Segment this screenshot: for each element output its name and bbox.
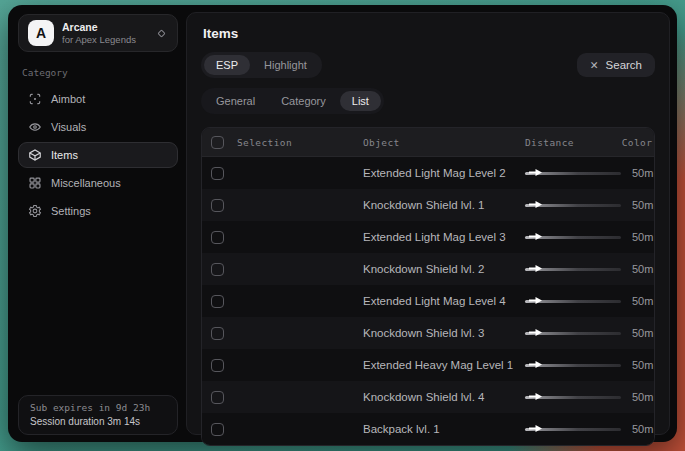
slider-thumb-icon[interactable] bbox=[529, 200, 542, 209]
row-checkbox[interactable] bbox=[211, 231, 224, 244]
app-subtitle: for Apex Legends bbox=[62, 34, 147, 46]
row-checkbox[interactable] bbox=[211, 423, 224, 436]
distance-value: 50m bbox=[632, 391, 653, 403]
distance-slider[interactable] bbox=[525, 232, 621, 242]
slider-thumb-icon[interactable] bbox=[529, 168, 542, 177]
distance-slider[interactable] bbox=[525, 168, 621, 178]
slider-thumb-icon[interactable] bbox=[529, 264, 542, 273]
sub-expires-text: Sub expires in 9d 23h bbox=[30, 402, 166, 413]
row-checkbox[interactable] bbox=[211, 167, 224, 180]
table-row[interactable]: Knockdown Shield lvl. 250m bbox=[202, 253, 654, 285]
slider-thumb-icon[interactable] bbox=[529, 328, 542, 337]
row-checkbox[interactable] bbox=[211, 263, 224, 276]
search-x-icon: ✕ bbox=[590, 59, 599, 71]
items-table: Selection Object Distance Color Extended… bbox=[201, 127, 655, 446]
row-checkbox[interactable] bbox=[211, 359, 224, 372]
main-panel: Items ESPHighlight ✕ Search GeneralCateg… bbox=[186, 12, 670, 435]
app-window: A Arcane for Apex Legends Category Aimbo… bbox=[8, 5, 677, 442]
row-checkbox[interactable] bbox=[211, 391, 224, 404]
sidebar-header-card: A Arcane for Apex Legends bbox=[18, 14, 178, 52]
distance-cell: 50m bbox=[525, 263, 655, 275]
row-checkbox[interactable] bbox=[211, 295, 224, 308]
table-row[interactable]: Knockdown Shield lvl. 150m bbox=[202, 189, 654, 221]
column-header-object: Object bbox=[351, 137, 525, 148]
table-row[interactable]: Extended Heavy Mag Level 150m bbox=[202, 349, 654, 381]
object-name: Knockdown Shield lvl. 4 bbox=[351, 391, 525, 403]
sidebar-item-items[interactable]: Items bbox=[18, 142, 178, 168]
slider-thumb-icon[interactable] bbox=[529, 232, 542, 241]
sidebar-item-label: Miscellaneous bbox=[51, 177, 121, 189]
slider-thumb-icon[interactable] bbox=[529, 392, 542, 401]
distance-slider[interactable] bbox=[525, 328, 621, 338]
object-name: Knockdown Shield lvl. 2 bbox=[351, 263, 525, 275]
distance-value: 50m bbox=[632, 167, 653, 179]
object-name: Knockdown Shield lvl. 1 bbox=[351, 199, 525, 211]
search-button-label: Search bbox=[606, 59, 642, 71]
search-button[interactable]: ✕ Search bbox=[577, 53, 655, 77]
tab-esp[interactable]: ESP bbox=[204, 55, 250, 75]
column-header-distance: Distance bbox=[525, 137, 620, 148]
tab-category[interactable]: Category bbox=[269, 91, 338, 111]
table-row[interactable]: Extended Light Mag Level 350m bbox=[202, 221, 654, 253]
sidebar-item-aimbot[interactable]: Aimbot bbox=[18, 86, 178, 112]
slider-thumb-icon[interactable] bbox=[529, 296, 542, 305]
object-name: Backpack lvl. 1 bbox=[351, 423, 525, 435]
table-row[interactable]: Knockdown Shield lvl. 450m bbox=[202, 381, 654, 413]
sidebar-item-label: Items bbox=[51, 149, 78, 161]
session-duration-text: Session duration 3m 14s bbox=[30, 416, 166, 427]
column-header-color: Color bbox=[620, 137, 654, 148]
sidebar: A Arcane for Apex Legends Category Aimbo… bbox=[8, 5, 186, 442]
distance-cell: 50m bbox=[525, 391, 655, 403]
sidebar-nav: AimbotVisualsItemsMiscellaneousSettings bbox=[18, 86, 178, 224]
sidebar-item-settings[interactable]: Settings bbox=[18, 198, 178, 224]
settings-icon bbox=[28, 204, 42, 218]
view-tab-group: GeneralCategoryList bbox=[201, 88, 384, 114]
sidebar-item-miscellaneous[interactable]: Miscellaneous bbox=[18, 170, 178, 196]
slider-thumb-icon[interactable] bbox=[529, 424, 542, 433]
sidebar-item-visuals[interactable]: Visuals bbox=[18, 114, 178, 140]
column-header-selection: Selection bbox=[237, 137, 351, 148]
distance-value: 50m bbox=[632, 199, 653, 211]
distance-cell: 50m bbox=[525, 199, 655, 211]
tab-list[interactable]: List bbox=[340, 91, 381, 111]
visuals-icon bbox=[28, 120, 42, 134]
app-name: Arcane bbox=[62, 21, 147, 34]
table-header-row: Selection Object Distance Color bbox=[202, 128, 654, 157]
subscription-info-card: Sub expires in 9d 23h Session duration 3… bbox=[18, 395, 178, 435]
slider-thumb-icon[interactable] bbox=[529, 360, 542, 369]
distance-cell: 50m bbox=[525, 423, 655, 435]
tab-highlight[interactable]: Highlight bbox=[252, 55, 319, 75]
sidebar-item-label: Aimbot bbox=[51, 93, 85, 105]
distance-cell: 50m bbox=[525, 167, 655, 179]
distance-value: 50m bbox=[632, 295, 653, 307]
items-icon bbox=[28, 148, 42, 162]
table-row[interactable]: Backpack lvl. 150m bbox=[202, 413, 654, 445]
select-all-checkbox[interactable] bbox=[211, 136, 224, 149]
distance-slider[interactable] bbox=[525, 200, 621, 210]
distance-slider[interactable] bbox=[525, 296, 621, 306]
diamond-icon[interactable] bbox=[155, 27, 168, 40]
table-row[interactable]: Extended Light Mag Level 450m bbox=[202, 285, 654, 317]
distance-slider[interactable] bbox=[525, 392, 621, 402]
sidebar-item-label: Visuals bbox=[51, 121, 86, 133]
table-row[interactable]: Extended Light Mag Level 250m bbox=[202, 157, 654, 189]
distance-value: 50m bbox=[632, 231, 653, 243]
object-name: Extended Light Mag Level 2 bbox=[351, 167, 525, 179]
distance-slider[interactable] bbox=[525, 264, 621, 274]
sidebar-item-label: Settings bbox=[51, 205, 91, 217]
distance-slider[interactable] bbox=[525, 424, 621, 434]
page-title: Items bbox=[203, 26, 655, 41]
table-row[interactable]: Knockdown Shield lvl. 350m bbox=[202, 317, 654, 349]
object-name: Extended Light Mag Level 3 bbox=[351, 231, 525, 243]
distance-value: 50m bbox=[632, 359, 653, 371]
aimbot-icon bbox=[28, 92, 42, 106]
distance-slider[interactable] bbox=[525, 360, 621, 370]
toolbar: ESPHighlight ✕ Search bbox=[201, 52, 655, 78]
row-checkbox[interactable] bbox=[211, 327, 224, 340]
mode-tab-group: ESPHighlight bbox=[201, 52, 322, 78]
distance-cell: 50m bbox=[525, 231, 655, 243]
tab-general[interactable]: General bbox=[204, 91, 267, 111]
distance-value: 50m bbox=[632, 423, 653, 435]
object-name: Extended Heavy Mag Level 1 bbox=[351, 359, 525, 371]
row-checkbox[interactable] bbox=[211, 199, 224, 212]
